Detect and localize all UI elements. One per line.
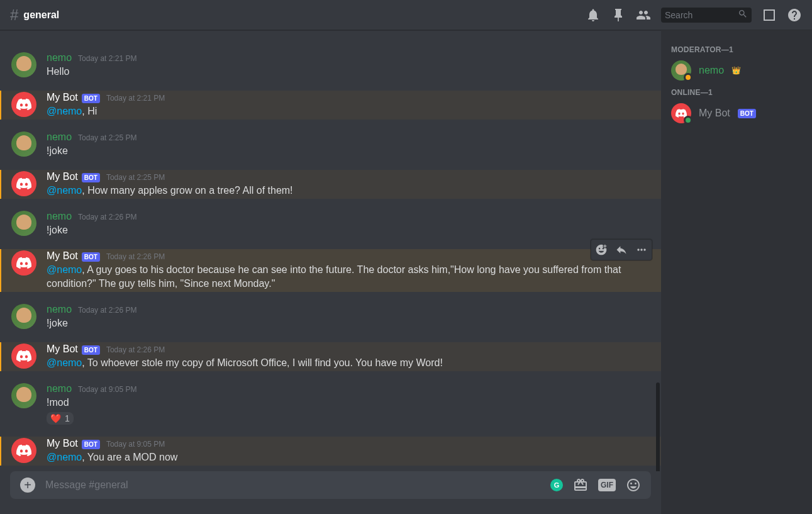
add-reaction-icon[interactable] bbox=[591, 240, 611, 260]
member-name: My Bot bbox=[699, 108, 730, 119]
emoji-icon[interactable] bbox=[626, 478, 641, 493]
message-author[interactable]: nemo bbox=[47, 383, 72, 394]
member-item[interactable]: nemo 👑 bbox=[666, 58, 807, 83]
message-author[interactable]: nemo bbox=[47, 304, 72, 315]
pin-icon[interactable] bbox=[611, 8, 626, 23]
message-item: nemo Today at 2:26 PM !joke bbox=[0, 303, 661, 332]
member-group-header: MODERATOR—1 bbox=[666, 40, 807, 57]
inbox-icon[interactable] bbox=[762, 8, 777, 23]
message-timestamp: Today at 2:21 PM bbox=[106, 94, 165, 103]
reaction[interactable]: ❤️1 bbox=[47, 412, 74, 425]
message-content: !mod bbox=[47, 396, 651, 410]
message-author[interactable]: My Bot bbox=[47, 344, 78, 355]
message-content: @nemo, To whoever stole my copy of Micro… bbox=[47, 356, 651, 370]
avatar[interactable] bbox=[11, 211, 36, 236]
message-content: !joke bbox=[47, 223, 651, 237]
message-content: @nemo, A guy goes to his doctor because … bbox=[47, 263, 651, 291]
gift-icon[interactable] bbox=[573, 478, 588, 493]
channel-header: # general bbox=[0, 0, 812, 30]
message-content: !joke bbox=[47, 144, 651, 158]
mention[interactable]: @nemo bbox=[47, 452, 82, 462]
more-icon[interactable] bbox=[631, 240, 652, 260]
message-item: My Bot BOT Today at 9:05 PM @nemo, You a… bbox=[0, 437, 661, 466]
message-timestamp: Today at 9:05 PM bbox=[78, 385, 136, 394]
status-indicator bbox=[684, 116, 692, 125]
search-box[interactable] bbox=[661, 8, 752, 23]
bot-tag: BOT bbox=[82, 345, 100, 355]
message-content: Hello bbox=[47, 65, 651, 79]
member-item[interactable]: My Bot BOT bbox=[666, 101, 807, 126]
message-timestamp: Today at 9:05 PM bbox=[106, 440, 165, 449]
message-input[interactable] bbox=[45, 479, 550, 491]
message-input-box[interactable]: + G GIF bbox=[10, 471, 651, 499]
message-timestamp: Today at 2:26 PM bbox=[106, 345, 165, 354]
message-hover-actions bbox=[591, 239, 652, 260]
message-author[interactable]: My Bot bbox=[47, 438, 78, 449]
attach-button[interactable]: + bbox=[20, 478, 35, 493]
message-author[interactable]: nemo bbox=[47, 131, 72, 143]
search-icon bbox=[738, 9, 748, 21]
mention[interactable]: @nemo bbox=[47, 357, 82, 368]
message-timestamp: Today at 2:25 PM bbox=[78, 133, 136, 142]
grammarly-icon[interactable]: G bbox=[550, 479, 563, 491]
message-item: nemo Today at 2:25 PM !joke bbox=[0, 130, 661, 159]
avatar[interactable] bbox=[11, 131, 36, 157]
message-content: @nemo, How many apples grow on a tree? A… bbox=[47, 184, 651, 198]
message-item: My Bot BOT Today at 2:25 PM @nemo, How m… bbox=[0, 170, 661, 199]
notifications-icon[interactable] bbox=[586, 8, 601, 23]
message-timestamp: Today at 2:26 PM bbox=[78, 213, 136, 221]
message-item: nemo Today at 2:21 PM Hello bbox=[0, 51, 661, 80]
avatar[interactable] bbox=[11, 250, 36, 276]
reaction-emoji: ❤️ bbox=[50, 413, 61, 423]
reaction-count: 1 bbox=[65, 413, 70, 423]
member-group-header: ONLINE—1 bbox=[666, 83, 807, 99]
status-indicator bbox=[684, 73, 692, 82]
message-timestamp: Today at 2:25 PM bbox=[106, 173, 165, 182]
search-input[interactable] bbox=[665, 10, 738, 20]
message-author[interactable]: nemo bbox=[47, 211, 72, 222]
avatar[interactable] bbox=[11, 304, 36, 329]
avatar[interactable] bbox=[11, 171, 36, 196]
message-item: My Bot BOT Today at 2:26 PM @nemo, A guy… bbox=[0, 249, 661, 292]
bot-tag: BOT bbox=[738, 109, 756, 118]
members-icon[interactable] bbox=[636, 8, 651, 23]
avatar[interactable] bbox=[11, 52, 36, 77]
message-timestamp: Today at 2:26 PM bbox=[78, 306, 136, 315]
chat-container: nemo Today at 2:21 PM Hello My Bot BOT T… bbox=[0, 30, 661, 514]
message-author[interactable]: My Bot bbox=[47, 92, 78, 103]
message-author[interactable]: My Bot bbox=[47, 171, 78, 182]
scrollbar-thumb[interactable] bbox=[656, 383, 660, 471]
bot-tag: BOT bbox=[82, 252, 100, 262]
members-sidebar: MODERATOR—1 nemo 👑 ONLINE—1 My Bot BOT bbox=[661, 30, 812, 514]
message-timestamp: Today at 2:26 PM bbox=[106, 252, 165, 261]
mention[interactable]: @nemo bbox=[47, 106, 82, 116]
bot-tag: BOT bbox=[82, 94, 100, 103]
message-author[interactable]: nemo bbox=[47, 52, 72, 64]
message-item: My Bot BOT Today at 2:21 PM @nemo, Hi bbox=[0, 91, 661, 120]
channel-name: general bbox=[23, 9, 59, 21]
message-content: @nemo, You are a MOD now bbox=[47, 450, 651, 464]
mention[interactable]: @nemo bbox=[47, 185, 82, 196]
help-icon[interactable] bbox=[787, 8, 802, 23]
message-item: nemo Today at 2:26 PM !joke bbox=[0, 210, 661, 238]
avatar[interactable] bbox=[11, 92, 36, 117]
avatar[interactable] bbox=[11, 344, 36, 369]
message-content: !joke bbox=[47, 316, 651, 330]
messages-list: nemo Today at 2:21 PM Hello My Bot BOT T… bbox=[0, 30, 661, 471]
message-item: My Bot BOT Today at 2:26 PM @nemo, To wh… bbox=[0, 342, 661, 371]
crown-icon: 👑 bbox=[731, 66, 741, 75]
avatar[interactable] bbox=[11, 383, 36, 408]
avatar[interactable] bbox=[11, 438, 36, 463]
message-author[interactable]: My Bot bbox=[47, 250, 78, 262]
message-timestamp: Today at 2:21 PM bbox=[78, 54, 136, 63]
bot-tag: BOT bbox=[82, 173, 100, 182]
gif-icon[interactable]: GIF bbox=[598, 479, 616, 491]
message-item: nemo Today at 9:05 PM !mod ❤️1 bbox=[0, 382, 661, 426]
mention[interactable]: @nemo bbox=[47, 264, 82, 275]
bot-tag: BOT bbox=[82, 440, 100, 449]
reply-icon[interactable] bbox=[611, 240, 631, 260]
hash-icon: # bbox=[10, 6, 18, 24]
message-content: @nemo, Hi bbox=[47, 104, 651, 118]
member-name: nemo bbox=[699, 65, 724, 76]
